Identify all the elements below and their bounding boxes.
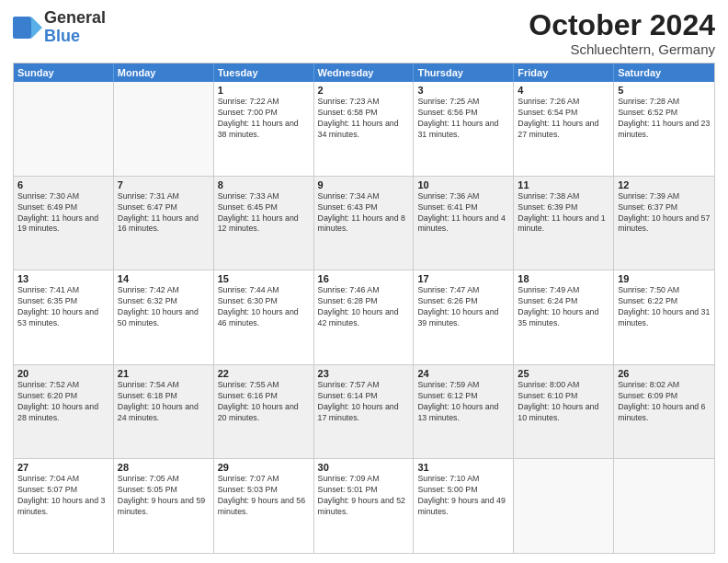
calendar-cell: 31Sunrise: 7:10 AM Sunset: 5:00 PM Dayli…	[414, 459, 514, 553]
calendar-cell: 29Sunrise: 7:07 AM Sunset: 5:03 PM Dayli…	[214, 459, 314, 553]
calendar-cell: 12Sunrise: 7:39 AM Sunset: 6:37 PM Dayli…	[614, 177, 714, 270]
calendar-cell	[514, 459, 614, 553]
calendar-cell: 13Sunrise: 7:41 AM Sunset: 6:35 PM Dayli…	[14, 270, 114, 364]
calendar-cell: 1Sunrise: 7:22 AM Sunset: 7:00 PM Daylig…	[214, 82, 314, 176]
day-info: Sunrise: 7:22 AM Sunset: 7:00 PM Dayligh…	[218, 97, 310, 141]
calendar-cell: 6Sunrise: 7:30 AM Sunset: 6:49 PM Daylig…	[14, 177, 114, 270]
day-number: 18	[518, 273, 609, 284]
calendar-cell: 23Sunrise: 7:57 AM Sunset: 6:14 PM Dayli…	[314, 365, 415, 459]
day-info: Sunrise: 7:46 AM Sunset: 6:28 PM Dayligh…	[318, 285, 410, 329]
calendar-cell: 15Sunrise: 7:44 AM Sunset: 6:30 PM Dayli…	[214, 270, 314, 364]
calendar-row: 1Sunrise: 7:22 AM Sunset: 7:00 PM Daylig…	[14, 82, 714, 176]
day-number: 9	[318, 179, 410, 190]
day-number: 24	[417, 368, 509, 379]
calendar-cell	[614, 459, 714, 553]
day-number: 12	[618, 179, 711, 190]
day-info: Sunrise: 7:54 AM Sunset: 6:18 PM Dayligh…	[118, 380, 210, 424]
title-block: October 2024 Schluechtern, Germany	[529, 9, 715, 57]
day-info: Sunrise: 7:33 AM Sunset: 6:45 PM Dayligh…	[218, 191, 310, 236]
logo-icon	[13, 13, 42, 42]
calendar-cell	[114, 82, 214, 176]
calendar-cell: 21Sunrise: 7:54 AM Sunset: 6:18 PM Dayli…	[114, 365, 214, 459]
calendar-cell: 22Sunrise: 7:55 AM Sunset: 6:16 PM Dayli…	[214, 365, 314, 459]
day-info: Sunrise: 7:10 AM Sunset: 5:00 PM Dayligh…	[417, 474, 509, 518]
calendar-cell: 14Sunrise: 7:42 AM Sunset: 6:32 PM Dayli…	[114, 270, 214, 364]
day-info: Sunrise: 7:39 AM Sunset: 6:37 PM Dayligh…	[618, 191, 711, 236]
calendar-cell: 9Sunrise: 7:34 AM Sunset: 6:43 PM Daylig…	[314, 177, 415, 270]
calendar-header-cell: Monday	[114, 63, 214, 82]
day-info: Sunrise: 7:09 AM Sunset: 5:01 PM Dayligh…	[318, 474, 410, 518]
calendar-header-cell: Wednesday	[314, 63, 415, 82]
calendar-header-cell: Tuesday	[214, 63, 314, 82]
header: General Blue October 2024 Schluechtern, …	[13, 9, 715, 57]
day-info: Sunrise: 8:02 AM Sunset: 6:09 PM Dayligh…	[618, 380, 711, 424]
calendar-header-cell: Thursday	[414, 63, 514, 82]
calendar-cell: 26Sunrise: 8:02 AM Sunset: 6:09 PM Dayli…	[614, 365, 714, 459]
day-info: Sunrise: 7:31 AM Sunset: 6:47 PM Dayligh…	[118, 191, 210, 236]
day-number: 15	[218, 273, 310, 284]
day-number: 25	[518, 368, 609, 379]
day-info: Sunrise: 7:05 AM Sunset: 5:05 PM Dayligh…	[118, 474, 210, 518]
day-info: Sunrise: 7:42 AM Sunset: 6:32 PM Dayligh…	[118, 285, 210, 329]
day-number: 14	[118, 273, 210, 284]
day-info: Sunrise: 7:34 AM Sunset: 6:43 PM Dayligh…	[318, 191, 410, 236]
day-number: 31	[417, 462, 509, 473]
calendar-body: 1Sunrise: 7:22 AM Sunset: 7:00 PM Daylig…	[14, 82, 714, 553]
calendar-cell: 8Sunrise: 7:33 AM Sunset: 6:45 PM Daylig…	[214, 177, 314, 270]
page: General Blue October 2024 Schluechtern, …	[0, 0, 728, 563]
calendar-cell: 25Sunrise: 8:00 AM Sunset: 6:10 PM Dayli…	[514, 365, 614, 459]
day-number: 19	[618, 273, 711, 284]
day-number: 7	[118, 179, 210, 190]
day-info: Sunrise: 7:52 AM Sunset: 6:20 PM Dayligh…	[17, 380, 109, 424]
calendar-cell: 2Sunrise: 7:23 AM Sunset: 6:58 PM Daylig…	[314, 82, 415, 176]
day-number: 22	[218, 368, 310, 379]
day-info: Sunrise: 7:57 AM Sunset: 6:14 PM Dayligh…	[318, 380, 410, 424]
calendar-cell: 19Sunrise: 7:50 AM Sunset: 6:22 PM Dayli…	[614, 270, 714, 364]
calendar-row: 20Sunrise: 7:52 AM Sunset: 6:20 PM Dayli…	[14, 364, 714, 459]
day-number: 26	[618, 368, 711, 379]
calendar-cell: 3Sunrise: 7:25 AM Sunset: 6:56 PM Daylig…	[414, 82, 514, 176]
calendar-cell: 4Sunrise: 7:26 AM Sunset: 6:54 PM Daylig…	[514, 82, 614, 176]
subtitle: Schluechtern, Germany	[529, 41, 715, 57]
day-info: Sunrise: 7:50 AM Sunset: 6:22 PM Dayligh…	[618, 285, 711, 329]
calendar-cell: 11Sunrise: 7:38 AM Sunset: 6:39 PM Dayli…	[514, 177, 614, 270]
day-number: 29	[218, 462, 310, 473]
day-number: 13	[17, 273, 109, 284]
svg-marker-1	[31, 17, 42, 39]
day-info: Sunrise: 7:44 AM Sunset: 6:30 PM Dayligh…	[218, 285, 310, 329]
day-number: 4	[518, 85, 609, 96]
calendar-row: 13Sunrise: 7:41 AM Sunset: 6:35 PM Dayli…	[14, 270, 714, 364]
day-number: 11	[518, 179, 609, 190]
day-info: Sunrise: 7:41 AM Sunset: 6:35 PM Dayligh…	[17, 285, 109, 329]
day-info: Sunrise: 7:25 AM Sunset: 6:56 PM Dayligh…	[417, 97, 509, 141]
calendar-cell: 30Sunrise: 7:09 AM Sunset: 5:01 PM Dayli…	[314, 459, 415, 553]
day-info: Sunrise: 7:23 AM Sunset: 6:58 PM Dayligh…	[318, 97, 410, 141]
calendar: SundayMondayTuesdayWednesdayThursdayFrid…	[13, 63, 715, 554]
calendar-row: 27Sunrise: 7:04 AM Sunset: 5:07 PM Dayli…	[14, 458, 714, 553]
calendar-cell: 10Sunrise: 7:36 AM Sunset: 6:41 PM Dayli…	[414, 177, 514, 270]
day-number: 16	[318, 273, 410, 284]
day-number: 28	[118, 462, 210, 473]
calendar-cell: 5Sunrise: 7:28 AM Sunset: 6:52 PM Daylig…	[614, 82, 714, 176]
day-number: 27	[17, 462, 109, 473]
day-number: 23	[318, 368, 410, 379]
svg-rect-0	[13, 17, 31, 39]
calendar-cell: 17Sunrise: 7:47 AM Sunset: 6:26 PM Dayli…	[414, 270, 514, 364]
calendar-header-cell: Saturday	[614, 63, 714, 82]
day-info: Sunrise: 7:55 AM Sunset: 6:16 PM Dayligh…	[218, 380, 310, 424]
calendar-row: 6Sunrise: 7:30 AM Sunset: 6:49 PM Daylig…	[14, 176, 714, 270]
day-info: Sunrise: 7:07 AM Sunset: 5:03 PM Dayligh…	[218, 474, 310, 518]
day-number: 2	[318, 85, 410, 96]
month-title: October 2024	[529, 9, 715, 41]
calendar-cell: 27Sunrise: 7:04 AM Sunset: 5:07 PM Dayli…	[14, 459, 114, 553]
day-number: 6	[17, 179, 109, 190]
calendar-header: SundayMondayTuesdayWednesdayThursdayFrid…	[14, 63, 714, 82]
calendar-header-cell: Sunday	[14, 63, 114, 82]
calendar-cell: 18Sunrise: 7:49 AM Sunset: 6:24 PM Dayli…	[514, 270, 614, 364]
day-number: 17	[417, 273, 509, 284]
day-info: Sunrise: 7:30 AM Sunset: 6:49 PM Dayligh…	[17, 191, 109, 236]
day-info: Sunrise: 7:59 AM Sunset: 6:12 PM Dayligh…	[417, 380, 509, 424]
day-info: Sunrise: 7:38 AM Sunset: 6:39 PM Dayligh…	[518, 191, 609, 236]
day-info: Sunrise: 7:28 AM Sunset: 6:52 PM Dayligh…	[618, 97, 711, 141]
day-number: 5	[618, 85, 711, 96]
